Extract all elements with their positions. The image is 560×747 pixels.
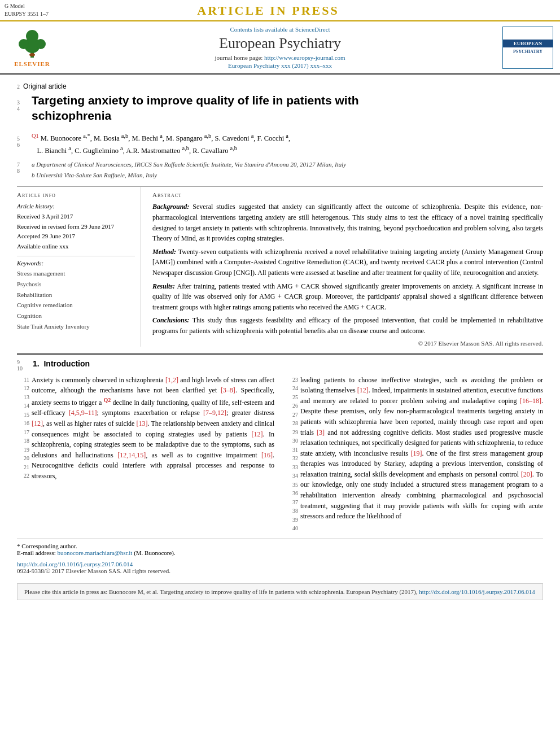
line-num-9: 9 [17, 359, 29, 365]
article-in-press-label: ARTICLE IN PRESS [49, 2, 488, 18]
ref-3: [3] [317, 429, 325, 436]
conclusions-label: Conclusions: [152, 316, 189, 324]
article-info-column: Article info Article history: Received 3… [17, 187, 141, 346]
article-history: Article history: Received 3 April 2017 R… [17, 202, 135, 251]
journal-homepage: journal home page: http://www.europsy-jo… [63, 54, 497, 61]
results-label: Results: [152, 282, 175, 290]
intro-heading-row: 9 10 1. Introduction [17, 359, 543, 372]
line-num-7: 7 [17, 161, 28, 168]
elsevier-brand-text: ELSEVIER [14, 60, 50, 67]
keywords-label: Keywords: [17, 260, 135, 267]
results-text: After training, patients treated with AM… [152, 282, 543, 311]
author-buonocore: M. Buonocore a,*, M. Bosia a,b, M. Bechi… [41, 134, 290, 142]
received-revised-date: Received in revised form 29 June 2017 [17, 222, 135, 232]
ref-12a: [12] [32, 420, 43, 427]
conclusions-text: This study thus suggests feasibility and… [152, 316, 543, 335]
ref-16: [16] [261, 451, 273, 459]
svg-point-3 [36, 39, 46, 49]
cite-box: Please cite this article in press as: Bu… [17, 583, 543, 600]
intro-heading: 1. Introduction [33, 359, 90, 368]
ep-logo-top: EUROPEAN [503, 40, 553, 47]
doi-link[interactable]: http://dx.doi.org/10.1016/j.eurpsy.2017.… [17, 561, 543, 567]
ref-12-14: [12,14,15] [117, 451, 146, 459]
intro-right-text: leading patients to choose ineffective s… [300, 375, 543, 533]
received-date: Received 3 April 2017 [17, 212, 135, 222]
method-label: Method: [152, 248, 176, 256]
available-online: Available online xxx [17, 242, 135, 252]
ref-1-2: [1,2] [165, 376, 178, 384]
ref-3-8: [3–8] [221, 386, 235, 394]
ref-13: [13] [137, 420, 148, 427]
keyword-stress: Stress management [17, 268, 135, 279]
elsevier-logo: ELSEVIER [7, 28, 58, 67]
sciencedirect-link: Contents lists available at ScienceDirec… [63, 26, 497, 33]
line-num-6: 6 [17, 142, 28, 148]
intro-left-para: Anxiety is commonly observed in schizoph… [32, 375, 274, 482]
affiliations-section: 7 8 a Department of Clinical Neuroscienc… [17, 160, 543, 181]
svg-point-5 [29, 53, 35, 56]
abstract-text: Background: Several studies suggested th… [152, 202, 543, 336]
journal-title: European Psychiatry [63, 35, 497, 52]
svg-point-4 [26, 30, 38, 42]
accepted-date: Accepted 29 June 2017 [17, 231, 135, 242]
article-info-abstract-section: Article info Article history: Received 3… [17, 186, 543, 346]
svg-point-2 [19, 39, 29, 49]
abstract-conclusions: Conclusions: This study thus suggests fe… [152, 315, 543, 336]
affiliation-b: b Università Vita-Salute San Raffaele, M… [32, 171, 346, 180]
elsevier-tree-icon [12, 28, 52, 59]
email-address: buonocore.mariachiara@hsr.it [57, 549, 132, 556]
article-type-label: 2 Original article [17, 82, 543, 90]
cite-doi-link[interactable]: http://dx.doi.org/10.1016/j.eurpsy.2017.… [419, 588, 535, 595]
background-text: Several studies suggested that anxiety c… [152, 203, 543, 242]
corresponding-author-note: * Corresponding author. [17, 543, 543, 549]
ref-7-9: [7–9,12] [203, 409, 226, 417]
method-text: Twenty-seven outpatients with schizophre… [152, 248, 543, 277]
article-title: Targeting anxiety to improve quality of … [32, 93, 359, 124]
background-label: Background: [152, 203, 189, 211]
body-right-section: 23 24 25 26 27 28 29 30 31 32 33 34 35 3… [286, 375, 543, 533]
affiliation-a: a Department of Clinical Neurosciences, … [32, 160, 346, 169]
abstract-column: Abstract Background: Several studies sug… [152, 187, 543, 346]
ep-logo-bottom: PSYCHIATRY [513, 49, 542, 55]
author-q1-marker: Q1 [32, 134, 39, 142]
ref-19: [19] [410, 449, 422, 457]
authors-list: Q1 M. Buonocore a,*, M. Bosia a,b, M. Be… [32, 132, 290, 156]
ep-logo: EUROPEAN PSYCHIATRY [502, 27, 553, 69]
line-num-4: 4 [17, 106, 28, 112]
abstract-results: Results: After training, patients treate… [152, 281, 543, 313]
g-model-info: G Model EURPSY 3551 1–7 [5, 2, 49, 18]
authors-section: 5 6 Q1 M. Buonocore a,*, M. Bosia a,b, M… [17, 132, 543, 159]
intro-left-text: Anxiety is commonly observed in schizoph… [32, 375, 274, 533]
keyword-psychosis: Psychosis [17, 279, 135, 290]
abstract-background: Background: Several studies suggested th… [152, 202, 543, 243]
right-line-numbers: 23 24 25 26 27 28 29 30 31 32 33 34 35 3… [286, 375, 298, 533]
journal-header: ELSEVIER Contents lists available at Sci… [0, 21, 560, 75]
keywords-section: Keywords: Stress management Psychosis Re… [17, 256, 135, 331]
issn-text: 0924-9338/© 2017 Elsevier Masson SAS. Al… [17, 567, 543, 574]
line-num-2: 2 [17, 84, 20, 90]
body-left-section: 11 12 13 14 15 16 17 18 19 20 21 22 Anxi… [17, 375, 274, 533]
article-title-section: 3 4 Targeting anxiety to improve quality… [17, 93, 543, 127]
ref-20: [20] [521, 470, 532, 478]
bottom-links: http://dx.doi.org/10.1016/j.eurpsy.2017.… [17, 561, 543, 574]
line-num-10: 10 [17, 365, 29, 372]
intro-right-para: leading patients to choose ineffective s… [300, 375, 543, 522]
left-line-numbers: 11 12 13 14 15 16 17 18 19 20 21 22 [17, 375, 29, 533]
ref-16-18: [16–18] [520, 397, 541, 405]
line-num-8: 8 [17, 168, 28, 174]
history-label: Article history: [17, 202, 135, 212]
body-two-col: 11 12 13 14 15 16 17 18 19 20 21 22 Anxi… [17, 375, 543, 533]
author-bianchi: L. Bianchi a, C. Guglielmino a, A.R. Mas… [32, 147, 237, 155]
copyright-text: © 2017 Elsevier Masson SAS. All rights r… [152, 340, 543, 347]
line-num-5: 5 [17, 136, 28, 142]
keyword-cognitive: Cognitive remediation [17, 300, 135, 311]
keyword-stai: State Trait Anxiety Inventory [17, 321, 135, 332]
keyword-cognition: Cognition [17, 311, 135, 321]
journal-center-info: Contents lists available at ScienceDirec… [63, 26, 497, 69]
main-content: 2 Original article 3 4 Targeting anxiety… [0, 75, 560, 578]
body-section: 9 10 1. Introduction 11 12 13 14 15 16 1… [17, 353, 543, 574]
abstract-method: Method: Twenty-seven outpatients with sc… [152, 247, 543, 278]
affiliations-list: a Department of Clinical Neurosciences, … [32, 160, 346, 181]
top-banner: G Model EURPSY 3551 1–7 ARTICLE IN PRESS [0, 0, 560, 21]
abstract-label: Abstract [152, 191, 543, 198]
